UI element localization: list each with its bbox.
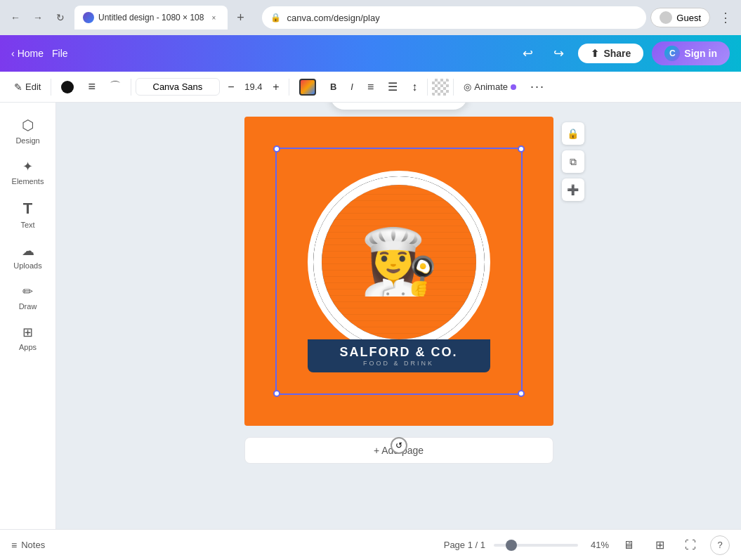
chef-character: 👩‍🍳 <box>360 225 438 299</box>
increase-font-button[interactable]: + <box>268 79 284 96</box>
share-button[interactable]: ⬆ Share <box>578 44 643 63</box>
redo-button[interactable]: ↪ <box>547 42 570 65</box>
canvas-lock-button[interactable]: 🔒 <box>562 122 584 145</box>
undo-icon: ↩ <box>523 46 533 61</box>
zoom-value: 41% <box>584 540 609 550</box>
list-icon: ☰ <box>388 80 398 93</box>
share-label: Share <box>603 48 631 59</box>
circle-tool-button[interactable] <box>55 76 79 98</box>
toolbar: ✎ Edit ≡ ⌒ Canva Sans − 19.4 + B I <box>0 72 741 103</box>
guest-button[interactable]: Guest <box>650 8 710 27</box>
sidebar-item-draw[interactable]: ✏ Draw <box>3 278 53 316</box>
elements-icon: ✦ <box>22 159 33 174</box>
group-lock-button[interactable]: 🔒 <box>372 103 391 105</box>
draw-icon: ✏ <box>22 284 33 299</box>
zoom-slider[interactable] <box>494 544 578 547</box>
rotate-handle[interactable]: ↺ <box>391 437 407 454</box>
desktop-view-button[interactable]: 🖥 <box>617 534 640 556</box>
reload-button[interactable]: ↻ <box>51 8 70 27</box>
file-menu-button[interactable]: File <box>52 48 68 59</box>
canvas-wrapper: 🔒 ⧉ ➕ Group 🔒 ⧉ 🗑 ··· <box>244 117 553 426</box>
transparency-button[interactable] <box>432 79 449 96</box>
fullscreen-button[interactable]: ⛶ <box>679 534 702 556</box>
group-toolbar: Group 🔒 ⧉ 🗑 ··· <box>330 103 467 110</box>
sidebar-item-text[interactable]: T Text <box>3 194 53 235</box>
canvas-area[interactable]: 🔒 ⧉ ➕ Group 🔒 ⧉ 🗑 ··· <box>56 103 741 529</box>
sidebar-item-label-elements: Elements <box>12 177 44 185</box>
lines-tool-button[interactable]: ≡ <box>82 76 101 98</box>
redo-icon: ↪ <box>553 46 564 61</box>
notes-button[interactable]: ≡ Notes <box>11 540 45 551</box>
sidebar-item-uploads[interactable]: ☁ Uploads <box>3 237 53 275</box>
guest-label: Guest <box>676 13 701 23</box>
forward-button[interactable]: → <box>28 8 48 27</box>
lines-icon: ≡ <box>88 79 96 94</box>
back-button[interactable]: ← <box>6 8 25 27</box>
help-button[interactable]: ? <box>710 535 730 555</box>
animate-button[interactable]: ◎ Animate <box>458 76 522 98</box>
back-to-home-button[interactable]: ‹ Home <box>11 48 44 59</box>
notes-icon: ≡ <box>11 540 17 551</box>
fullscreen-icon: ⛶ <box>685 539 696 552</box>
new-tab-button[interactable]: + <box>230 8 250 27</box>
animate-label: Animate <box>474 82 508 92</box>
zoom-control: 41% <box>494 540 609 550</box>
font-size-control: − 19.4 + <box>223 79 284 96</box>
sidebar-item-apps[interactable]: ⊞ Apps <box>3 319 53 357</box>
address-bar-container: 🔒 <box>262 6 646 29</box>
top-bar: ‹ Home File ↩ ↪ ⬆ Share C Sign in <box>0 35 741 72</box>
guest-avatar-icon <box>660 11 672 24</box>
address-bar-input[interactable] <box>287 13 638 23</box>
grid-view-button[interactable]: ⊞ <box>648 534 671 556</box>
browser-tab[interactable]: Untitled design - 1080 × 108 × <box>74 6 228 30</box>
edit-button[interactable]: ✎ Edit <box>8 76 46 98</box>
logo-banner: SALFORD & CO. FOOD & DRINK <box>308 339 490 372</box>
sidebar-item-label-design: Design <box>15 136 39 145</box>
logo-title: SALFORD & CO. <box>322 345 476 360</box>
browser-menu-button[interactable]: ⋮ <box>716 8 735 27</box>
spacing-icon: ↕ <box>412 81 417 93</box>
align-button[interactable]: ≡ <box>362 76 379 98</box>
grid-icon: ⊞ <box>655 538 664 552</box>
align-icon: ≡ <box>367 81 374 93</box>
more-icon: ··· <box>530 79 545 94</box>
address-icon: 🔒 <box>270 13 281 22</box>
canva-app: ‹ Home File ↩ ↪ ⬆ Share C Sign in ✎ Edit <box>0 35 741 560</box>
bold-button[interactable]: B <box>324 76 342 98</box>
home-label: Home <box>18 48 44 59</box>
group-copy-button[interactable]: ⧉ <box>397 103 417 105</box>
animate-icon: ◎ <box>464 82 471 92</box>
sidebar-item-design[interactable]: ⬡ Design <box>3 111 53 150</box>
apps-icon: ⊞ <box>22 325 33 340</box>
italic-button[interactable]: I <box>345 76 359 98</box>
decrease-font-button[interactable]: − <box>223 79 240 96</box>
logo-circle: 👩‍🍳 <box>308 171 490 353</box>
signin-label: Sign in <box>684 48 717 59</box>
sidebar-item-label-draw: Draw <box>19 302 37 311</box>
curve-icon: ⌒ <box>110 79 121 94</box>
font-selector[interactable]: Canva Sans <box>136 78 220 96</box>
toolbar-divider-1 <box>51 79 51 96</box>
curve-tool-button[interactable]: ⌒ <box>104 76 126 98</box>
sign-in-button[interactable]: C Sign in <box>652 41 730 65</box>
tab-close-button[interactable]: × <box>208 12 219 23</box>
sidebar-item-elements[interactable]: ✦ Elements <box>3 153 53 191</box>
font-size-value: 19.4 <box>242 82 265 92</box>
toolbar-divider-5 <box>453 79 454 96</box>
canvas-add-button[interactable]: ➕ <box>562 178 584 201</box>
list-button[interactable]: ☰ <box>382 76 403 98</box>
group-delete-button[interactable]: 🗑 <box>422 103 442 105</box>
text-icon: T <box>23 200 32 218</box>
more-options-button[interactable]: ··· <box>525 76 551 98</box>
bold-icon: B <box>330 82 336 92</box>
color-picker-button[interactable] <box>294 76 322 98</box>
logo-container: 👩‍🍳 SALFORD & CO. FOOD & DRINK <box>275 148 523 395</box>
browser-actions: Guest ⋮ <box>650 8 735 27</box>
spacing-button[interactable]: ↕ <box>406 76 423 98</box>
canvas-float-icons: 🔒 ⧉ ➕ <box>562 122 584 201</box>
canvas[interactable]: Group 🔒 ⧉ 🗑 ··· <box>244 117 553 426</box>
canvas-copy-button[interactable]: ⧉ <box>562 150 584 173</box>
tab-title: Untitled design - 1080 × 108 <box>98 13 204 22</box>
undo-button[interactable]: ↩ <box>516 42 539 65</box>
sidebar-item-label-apps: Apps <box>19 343 37 351</box>
